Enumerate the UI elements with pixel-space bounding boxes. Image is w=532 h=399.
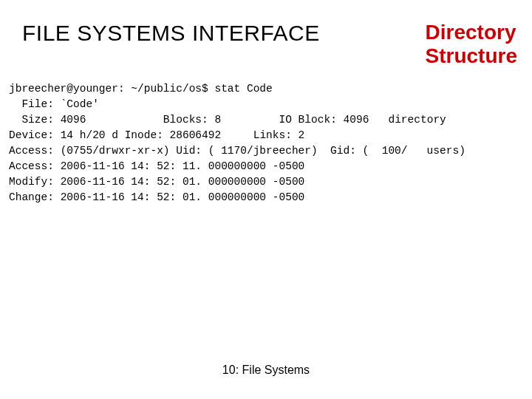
slide-header: FILE SYSTEMS INTERFACE Directory Structu… (22, 21, 517, 68)
modify-time-value: 2006-11-16 14: 52: 01. 000000000 -0500 (61, 176, 305, 188)
modify-time-label: Modify: (9, 176, 54, 188)
links-value: 2 (299, 129, 305, 141)
access-time-value: 2006-11-16 14: 52: 11. 000000000 -0500 (61, 160, 305, 172)
device-label: Device: (9, 129, 54, 141)
gid-label: Gid: (330, 145, 356, 157)
change-time-value: 2006-11-16 14: 52: 01. 000000000 -0500 (61, 191, 305, 203)
access-time-label: Access: (9, 160, 54, 172)
subtitle-line2: Structure (426, 44, 517, 67)
slide-subtitle: Directory Structure (426, 21, 517, 68)
slide-footer: 10: File Systems (0, 364, 532, 377)
blocks-value: 8 (214, 114, 221, 126)
ioblock-label: IO Block: (279, 114, 337, 126)
size-value: 4096 (61, 114, 86, 126)
file-type: directory (388, 114, 446, 126)
prompt-line: jbreecher@younger: ~/public/os$ stat Cod… (9, 83, 273, 95)
device-value: 14 h/20 d Inode: 28606492 (61, 129, 222, 141)
blocks-label: Blocks: (163, 114, 208, 126)
slide-title: FILE SYSTEMS INTERFACE (22, 21, 320, 46)
gid-value: ( 100/ users) (363, 145, 466, 157)
stat-output: jbreecher@younger: ~/public/os$ stat Cod… (9, 81, 523, 205)
access-perm-label: Access: (9, 145, 54, 157)
slide: FILE SYSTEMS INTERFACE Directory Structu… (0, 0, 532, 399)
size-label: Size: (9, 114, 54, 126)
access-perm-value: (0755/drwxr-xr-x) Uid: ( 1170/jbreecher) (61, 145, 318, 157)
subtitle-line1: Directory (426, 21, 516, 44)
ioblock-value: 4096 (344, 114, 369, 126)
change-time-label: Change: (9, 191, 54, 203)
links-label: Links: (253, 129, 292, 141)
file-label: File: (9, 98, 54, 110)
file-value: `Code' (61, 98, 99, 110)
